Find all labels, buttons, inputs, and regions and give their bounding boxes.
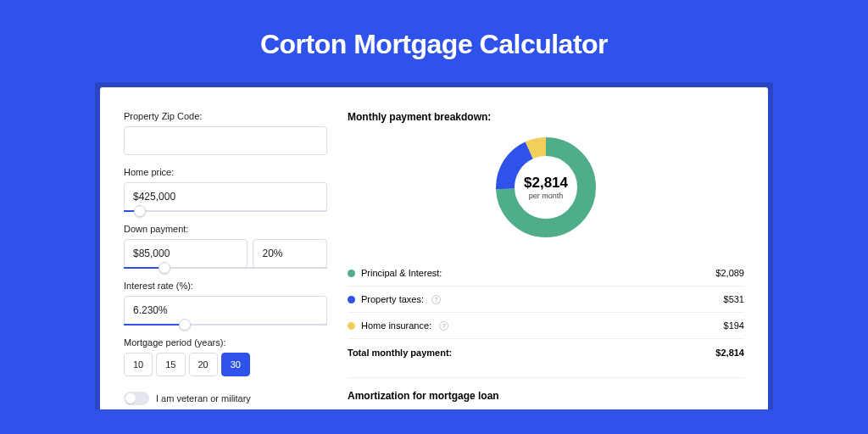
info-icon[interactable]: ? xyxy=(439,321,448,331)
legend-dot xyxy=(348,322,355,330)
veteran-row: I am veteran or military xyxy=(124,392,327,405)
page-title: Corton Mortgage Calculator xyxy=(0,29,868,60)
amortization-section: Amortization for mortgage loan Amortizat… xyxy=(348,377,744,409)
down-payment-field: Down payment: xyxy=(124,224,327,269)
legend-amount: $194 xyxy=(724,320,744,331)
period-option-15[interactable]: 15 xyxy=(156,353,185,376)
total-label: Total monthly payment: xyxy=(348,348,452,358)
down-payment-pct-input[interactable] xyxy=(253,239,327,268)
legend-label: Principal & Interest: xyxy=(361,268,442,278)
total-row: Total monthly payment: $2,814 xyxy=(348,338,744,365)
period-field: Mortgage period (years): 10152030 xyxy=(124,337,327,376)
amortization-title: Amortization for mortgage loan xyxy=(348,390,744,402)
donut-chart: $2,814 per month xyxy=(495,136,597,238)
veteran-label: I am veteran or military xyxy=(156,393,251,403)
slider-fill xyxy=(124,324,185,326)
zip-label: Property Zip Code: xyxy=(124,111,327,121)
period-option-10[interactable]: 10 xyxy=(124,353,153,376)
legend-dot xyxy=(348,270,355,277)
period-option-20[interactable]: 20 xyxy=(189,353,218,376)
legend-label: Home insurance: xyxy=(361,320,431,331)
slider-thumb[interactable] xyxy=(134,205,146,217)
zip-input[interactable] xyxy=(124,126,327,155)
legend-amount: $2,089 xyxy=(715,268,744,278)
period-option-30[interactable]: 30 xyxy=(221,353,250,376)
rate-field: Interest rate (%): xyxy=(124,281,327,326)
legend-row: Property taxes:?$531 xyxy=(348,287,744,313)
calculator-panel-wrap: Property Zip Code: Home price: Down paym… xyxy=(95,82,773,409)
info-icon[interactable]: ? xyxy=(431,295,441,304)
breakdown-column: Monthly payment breakdown: $2,814 per mo… xyxy=(348,111,744,409)
legend-row: Home insurance:?$194 xyxy=(348,313,744,338)
donut-chart-wrap: $2,814 per month xyxy=(348,133,744,247)
total-amount: $2,814 xyxy=(715,348,744,358)
donut-center-value: $2,814 xyxy=(524,175,568,192)
home-price-slider[interactable] xyxy=(124,210,327,212)
veteran-toggle[interactable] xyxy=(124,392,149,405)
rate-label: Interest rate (%): xyxy=(124,281,327,291)
home-price-label: Home price: xyxy=(124,167,327,177)
slider-thumb[interactable] xyxy=(179,319,191,331)
donut-center-sub: per month xyxy=(529,192,564,200)
slider-thumb[interactable] xyxy=(159,262,170,274)
form-column: Property Zip Code: Home price: Down paym… xyxy=(124,111,327,409)
legend: Principal & Interest:$2,089Property taxe… xyxy=(348,260,744,338)
legend-row: Principal & Interest:$2,089 xyxy=(348,260,744,287)
legend-amount: $531 xyxy=(724,294,744,304)
legend-label: Property taxes: xyxy=(361,294,424,304)
legend-dot xyxy=(348,296,355,303)
down-payment-slider[interactable] xyxy=(124,267,327,269)
breakdown-title: Monthly payment breakdown: xyxy=(348,111,744,123)
home-price-field: Home price: xyxy=(124,167,327,212)
rate-slider[interactable] xyxy=(124,324,327,326)
rate-input[interactable] xyxy=(124,296,327,325)
down-payment-input[interactable] xyxy=(124,239,248,268)
zip-field: Property Zip Code: xyxy=(124,111,327,155)
period-label: Mortgage period (years): xyxy=(124,337,327,348)
down-payment-label: Down payment: xyxy=(124,224,327,234)
calculator-panel: Property Zip Code: Home price: Down paym… xyxy=(100,87,768,409)
home-price-input[interactable] xyxy=(124,182,327,211)
period-options: 10152030 xyxy=(124,353,327,376)
